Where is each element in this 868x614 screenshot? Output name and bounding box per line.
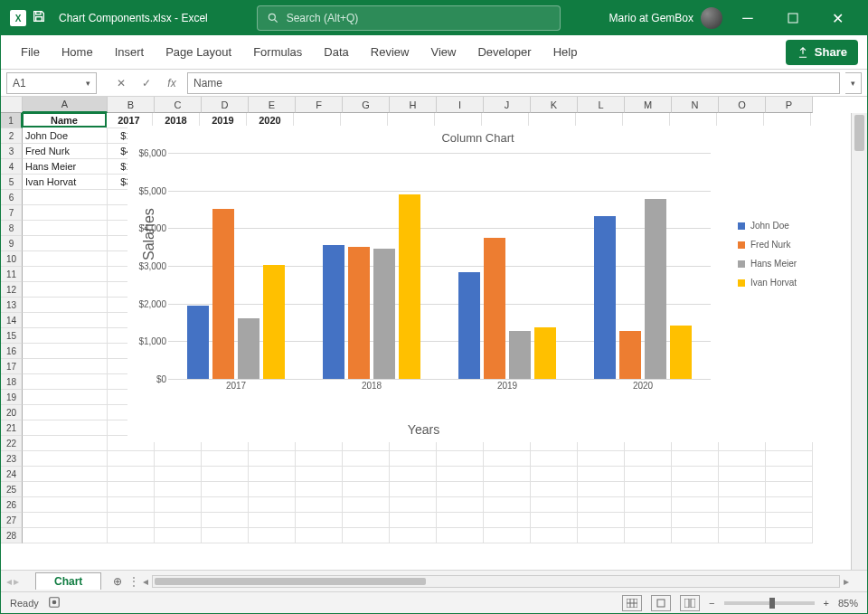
cell[interactable]: [23, 451, 108, 467]
tab-data[interactable]: Data: [313, 35, 359, 69]
row-header[interactable]: 3: [1, 144, 23, 159]
cell[interactable]: [108, 528, 155, 543]
cell[interactable]: Hans Meier: [23, 159, 108, 175]
row-header[interactable]: 1: [1, 113, 23, 128]
cell[interactable]: [155, 451, 202, 467]
row-header[interactable]: 23: [1, 451, 23, 467]
cell[interactable]: [343, 451, 390, 467]
cell[interactable]: [672, 451, 719, 467]
row-header[interactable]: 10: [1, 251, 23, 267]
cell[interactable]: [249, 497, 296, 513]
tab-view[interactable]: View: [420, 35, 467, 69]
cell[interactable]: [719, 451, 766, 467]
cell[interactable]: [23, 267, 108, 282]
cell[interactable]: [23, 528, 108, 543]
cell[interactable]: [390, 482, 437, 497]
cell[interactable]: [343, 467, 390, 482]
cell[interactable]: [23, 344, 108, 359]
formula-input[interactable]: Name: [187, 72, 840, 94]
cell[interactable]: [296, 467, 343, 482]
row-header[interactable]: 4: [1, 159, 23, 175]
normal-view-button[interactable]: [622, 595, 642, 611]
cell[interactable]: [23, 282, 108, 298]
cell[interactable]: [202, 482, 249, 497]
cell[interactable]: [531, 482, 578, 497]
cell[interactable]: [672, 467, 719, 482]
row-header[interactable]: 26: [1, 497, 23, 513]
cell[interactable]: [155, 497, 202, 513]
cell[interactable]: [625, 528, 672, 543]
col-header-N[interactable]: N: [672, 97, 719, 113]
zoom-slider[interactable]: [724, 601, 815, 605]
page-layout-view-button[interactable]: [651, 595, 671, 611]
cell[interactable]: [390, 497, 437, 513]
chart-object[interactable]: Column Chart Salaries $0$1,000$2,000$3,0…: [127, 126, 828, 442]
cell[interactable]: [249, 451, 296, 467]
tab-insert[interactable]: Insert: [104, 35, 156, 69]
sheet-nav[interactable]: ◂▸: [1, 575, 24, 588]
formula-expand-icon[interactable]: ▾: [845, 72, 862, 94]
cell[interactable]: [23, 467, 108, 482]
cell[interactable]: [484, 513, 531, 528]
page-break-view-button[interactable]: [680, 595, 700, 611]
cell[interactable]: [437, 497, 484, 513]
row-header[interactable]: 2: [1, 128, 23, 144]
cell[interactable]: [23, 420, 108, 436]
cell[interactable]: John Doe: [23, 128, 108, 144]
row-header[interactable]: 28: [1, 528, 23, 543]
cell[interactable]: [343, 513, 390, 528]
row-header[interactable]: 19: [1, 390, 23, 405]
cell[interactable]: [202, 528, 249, 543]
row-header[interactable]: 18: [1, 374, 23, 390]
col-header-M[interactable]: M: [625, 97, 672, 113]
maximize-button[interactable]: [773, 1, 813, 35]
cell[interactable]: [390, 513, 437, 528]
search-box[interactable]: Search (Alt+Q): [257, 5, 561, 31]
minimize-button[interactable]: ─: [728, 1, 768, 35]
col-header-J[interactable]: J: [484, 97, 531, 113]
cell[interactable]: [766, 451, 813, 467]
cell[interactable]: [578, 482, 625, 497]
cell[interactable]: [23, 190, 108, 205]
cell[interactable]: [108, 513, 155, 528]
cell[interactable]: [578, 467, 625, 482]
cell[interactable]: [766, 513, 813, 528]
zoom-out-button[interactable]: −: [709, 598, 714, 609]
col-header-H[interactable]: H: [390, 97, 437, 113]
col-header-F[interactable]: F: [296, 97, 343, 113]
cell[interactable]: [202, 513, 249, 528]
tab-developer[interactable]: Developer: [467, 35, 542, 69]
sheet-tab-chart[interactable]: Chart: [35, 572, 101, 590]
cell[interactable]: [155, 513, 202, 528]
add-sheet-button[interactable]: ⊕: [107, 571, 128, 592]
cell[interactable]: [578, 497, 625, 513]
share-button[interactable]: Share: [786, 40, 858, 65]
zoom-in-button[interactable]: +: [824, 598, 829, 609]
cell[interactable]: [672, 482, 719, 497]
cell[interactable]: [249, 467, 296, 482]
cell[interactable]: [625, 497, 672, 513]
cell[interactable]: [249, 482, 296, 497]
row-header[interactable]: 13: [1, 298, 23, 313]
cell[interactable]: [23, 390, 108, 405]
cell[interactable]: [672, 513, 719, 528]
select-all-corner[interactable]: [1, 97, 23, 113]
col-header-L[interactable]: L: [578, 97, 625, 113]
cell[interactable]: [625, 451, 672, 467]
cell[interactable]: [719, 528, 766, 543]
cell[interactable]: [202, 451, 249, 467]
cell[interactable]: [249, 528, 296, 543]
col-header-D[interactable]: D: [202, 97, 249, 113]
col-header-I[interactable]: I: [437, 97, 484, 113]
fx-icon[interactable]: fx: [162, 72, 182, 94]
cell[interactable]: [766, 482, 813, 497]
tab-file[interactable]: File: [10, 35, 51, 69]
cell[interactable]: [484, 467, 531, 482]
cell[interactable]: [296, 513, 343, 528]
cell[interactable]: [437, 451, 484, 467]
cell[interactable]: [296, 451, 343, 467]
cell[interactable]: [625, 482, 672, 497]
col-header-G[interactable]: G: [343, 97, 390, 113]
cell[interactable]: [108, 497, 155, 513]
cell[interactable]: [578, 513, 625, 528]
